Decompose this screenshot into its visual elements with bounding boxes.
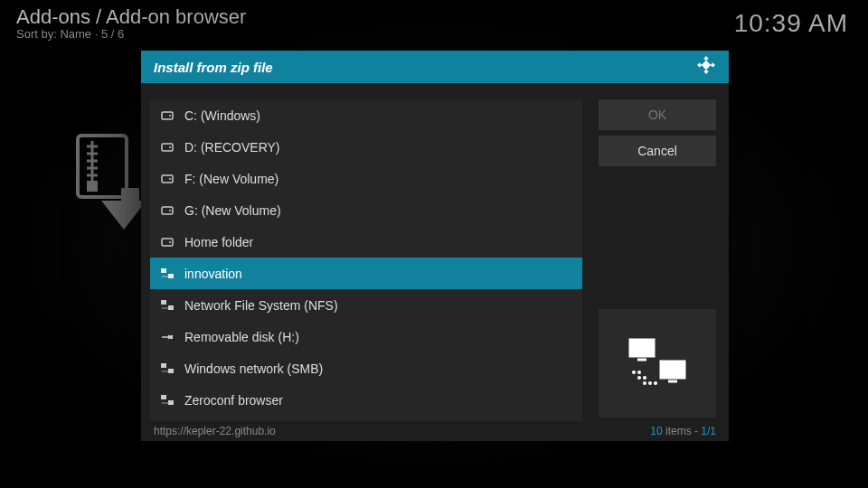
svg-rect-12 [703,70,708,74]
svg-point-19 [169,178,171,180]
clock: 10:39 AM [734,9,848,38]
svg-rect-8 [87,181,98,192]
svg-rect-22 [162,239,173,246]
file-row-label: D: (RECOVERY) [184,140,280,155]
dialog-title: Install from zip file [154,60,273,75]
install-zip-dialog: Install from zip file C: (Windows)D: (RE… [141,51,729,441]
svg-rect-10 [697,62,702,67]
svg-point-50 [637,371,641,374]
network-icon [161,394,174,407]
svg-rect-13 [702,61,711,70]
kodi-logo-icon [696,55,716,79]
svg-rect-14 [162,112,173,119]
network-icon [161,299,174,312]
file-row[interactable]: Network File System (NFS) [150,289,582,321]
svg-point-43 [165,402,166,404]
svg-point-31 [162,307,164,309]
file-row-label: Zeroconf browser [184,393,283,408]
file-list[interactable]: C: (Windows)D: (RECOVERY)F: (New Volume)… [150,99,582,421]
svg-point-54 [648,381,652,385]
file-row[interactable]: Removable disk (H:) [150,321,582,352]
svg-rect-34 [170,335,173,339]
file-row-label: C: (Windows) [184,108,260,123]
svg-rect-35 [161,363,166,368]
svg-rect-29 [161,300,166,305]
svg-rect-46 [661,361,684,378]
svg-point-52 [643,376,646,380]
file-row[interactable]: innovation [150,258,582,289]
svg-rect-20 [162,207,173,214]
svg-point-55 [654,381,657,385]
file-row[interactable]: Windows network (SMB) [150,352,582,384]
svg-rect-41 [168,400,174,405]
svg-rect-16 [162,144,173,151]
ok-button[interactable]: OK [599,99,716,130]
file-row[interactable]: C: (Windows) [150,99,582,131]
file-row-label: G: (New Volume) [184,203,281,218]
footer-path: https://kepler-22.github.io [154,425,276,437]
svg-point-42 [162,402,164,404]
svg-rect-30 [168,305,174,310]
file-row-label: Windows network (SMB) [184,361,323,376]
svg-point-51 [637,376,641,380]
install-from-zip-icon [76,134,146,237]
drive-icon [161,236,174,249]
usb-icon [161,331,174,343]
svg-point-53 [643,381,646,385]
sort-label: Sort by: Name · 5 / 6 [16,27,246,41]
svg-rect-36 [168,369,174,373]
dialog-header: Install from zip file [141,51,729,83]
file-row[interactable]: D: (RECOVERY) [150,131,582,163]
cancel-button[interactable]: Cancel [599,136,716,166]
svg-point-23 [169,241,171,243]
footer-count: 10 items - 1/1 [650,425,716,437]
drive-icon [161,109,174,122]
svg-rect-0 [78,136,127,197]
preview-pane [599,309,716,418]
svg-point-38 [165,371,166,372]
svg-point-33 [166,307,168,309]
svg-point-49 [632,371,636,374]
file-row-label: Home folder [184,235,253,249]
drive-icon [161,204,174,217]
file-row[interactable]: G: (New Volume) [150,194,582,226]
network-icon [161,267,174,280]
svg-point-44 [166,402,168,404]
file-row-label: F: (New Volume) [184,172,278,186]
svg-point-37 [162,371,164,372]
svg-point-32 [165,307,166,309]
svg-rect-45 [630,340,654,356]
file-row[interactable]: F: (New Volume) [150,163,582,194]
file-row-label: Network File System (NFS) [184,298,338,313]
svg-rect-9 [703,56,708,61]
dialog-footer: https://kepler-22.github.io 10 items - 1… [141,421,729,441]
file-row-label: innovation [184,267,242,281]
breadcrumb: Add-ons / Add-on browser [16,5,246,29]
svg-point-17 [169,146,171,148]
svg-rect-18 [162,175,173,183]
network-icon [161,362,174,375]
svg-point-39 [166,371,168,372]
svg-point-28 [166,276,168,277]
svg-rect-25 [168,274,174,278]
svg-rect-40 [161,395,166,399]
network-computers-icon [625,336,690,390]
svg-point-21 [169,210,171,211]
file-row-label: Removable disk (H:) [184,330,299,344]
svg-point-15 [169,115,171,117]
file-row[interactable]: Zeroconf browser [150,384,582,416]
svg-rect-11 [711,62,715,67]
svg-rect-24 [161,268,166,273]
drive-icon [161,141,174,154]
svg-point-27 [165,276,166,277]
file-row[interactable]: Home folder [150,226,582,258]
drive-icon [161,173,174,185]
svg-point-26 [162,276,164,277]
